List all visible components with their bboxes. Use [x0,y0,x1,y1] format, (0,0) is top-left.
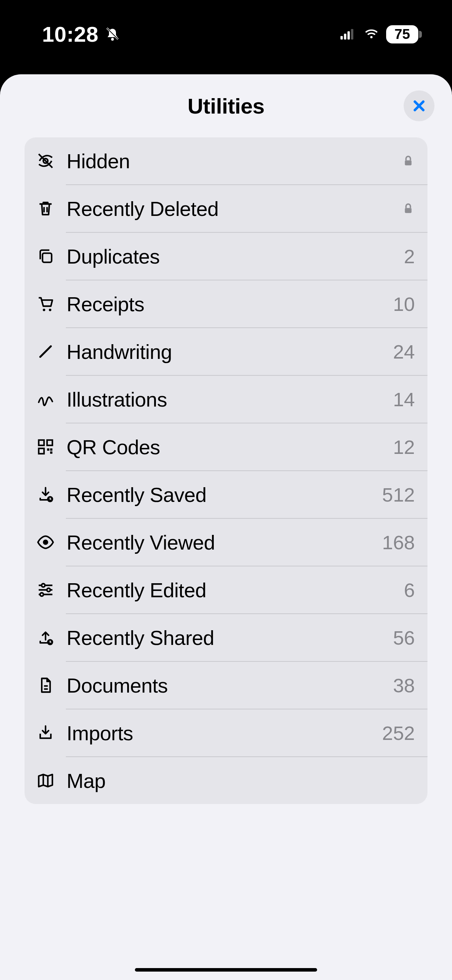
eye-icon [34,531,57,554]
utilities-list: HiddenRecently DeletedDuplicates2Receipt… [24,137,428,804]
row-count: 24 [393,340,415,363]
row-count: 2 [404,245,415,268]
list-row[interactable]: Recently Shared56 [24,614,428,661]
row-count: 12 [393,436,415,458]
list-row[interactable]: Recently Edited6 [24,566,428,613]
battery-indicator: 75 [386,25,419,43]
cellular-icon [337,27,357,42]
list-row[interactable]: Handwriting24 [24,328,428,375]
row-count: 56 [393,626,415,649]
list-row[interactable]: Receipts10 [24,280,428,328]
row-count: 10 [393,293,415,315]
row-label: Recently Viewed [67,531,382,554]
lock-icon [401,202,415,215]
row-label: Documents [67,674,393,697]
row-label: Recently Deleted [67,197,401,221]
bell-slash-icon [104,25,121,43]
cart-icon [34,293,57,315]
map-icon [34,769,57,792]
pencil-icon [34,340,57,363]
row-count: 6 [404,579,415,601]
row-label: Recently Saved [67,483,382,506]
row-label: Hidden [67,149,401,173]
row-count: 14 [393,388,415,411]
list-row[interactable]: Illustrations14 [24,376,428,423]
sliders-icon [34,579,57,601]
row-count: 512 [382,483,415,506]
qrcode-icon [34,436,57,458]
row-label: Recently Shared [67,626,393,649]
download-clock-icon [34,483,57,506]
row-label: Duplicates [67,245,404,268]
row-label: Handwriting [67,340,393,363]
battery-percent: 75 [395,26,410,42]
document-icon [34,674,57,697]
row-count: 252 [382,722,415,745]
sheet-header: Utilities [0,74,452,137]
list-row[interactable]: QR Codes12 [24,423,428,470]
list-row[interactable]: Imports252 [24,710,428,756]
list-row[interactable]: Duplicates2 [24,233,428,280]
row-label: Recently Edited [67,578,404,602]
list-row[interactable]: Recently Saved512 [24,471,428,518]
row-count: 168 [382,531,415,554]
sheet-title: Utilities [188,94,264,118]
row-label: Imports [67,721,382,745]
list-row[interactable]: Documents38 [24,662,428,709]
lock-icon [401,154,415,167]
list-row[interactable]: Hidden [24,137,428,185]
list-row[interactable]: Map [24,757,428,804]
close-button[interactable] [404,91,434,121]
row-label: QR Codes [67,435,393,459]
upload-clock-icon [34,626,57,649]
scribble-icon [34,388,57,410]
row-count: 38 [393,674,415,697]
row-label: Map [67,769,415,792]
import-icon [34,722,57,744]
wifi-icon [363,27,380,42]
list-row[interactable]: Recently Deleted [24,185,428,232]
close-icon [411,97,428,114]
trash-icon [34,197,57,220]
row-label: Receipts [67,292,393,316]
status-bar: 10:28 75 [0,0,452,68]
list-row[interactable]: Recently Viewed168 [24,519,428,566]
home-indicator[interactable] [135,968,317,972]
utilities-sheet: Utilities HiddenRecently DeletedDuplicat… [0,74,452,980]
eye-slash-icon [34,150,57,172]
row-label: Illustrations [67,388,393,411]
status-time: 10:28 [42,22,99,47]
copy-icon [34,245,57,267]
